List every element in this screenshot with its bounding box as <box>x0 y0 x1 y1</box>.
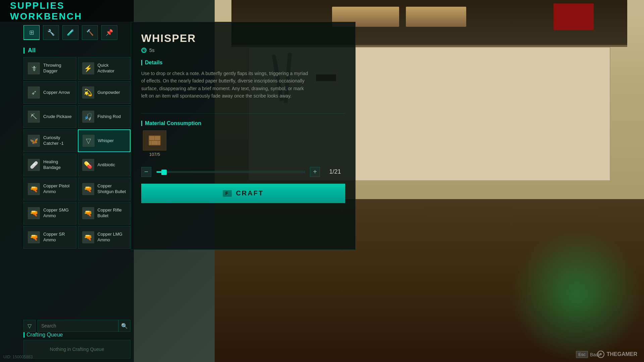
item-icon-quick-activator: ⚡ <box>82 62 94 74</box>
quantity-control: − + 1/21 <box>141 167 345 177</box>
list-item[interactable]: ⛏ Crude Pickaxe <box>23 105 76 128</box>
item-icon-fishing-rod: 🎣 <box>82 111 94 123</box>
timer-icon <box>141 48 147 53</box>
section-label: All <box>23 47 36 54</box>
list-item[interactable]: 🔫 Copper Shotgun Bullet <box>78 178 131 200</box>
item-name-copper-pistol-ammo: Copper Pistol Ammo <box>43 183 72 195</box>
green-glow <box>510 228 644 362</box>
item-list[interactable]: 🗡 Throwing Dagger ⚡ Quick Activator ➶ Co… <box>23 57 130 308</box>
item-grid: 🗡 Throwing Dagger ⚡ Quick Activator ➶ Co… <box>23 57 130 249</box>
cat-tab-potions[interactable]: 🧪 <box>62 25 78 40</box>
item-icon-gunpowder: 💫 <box>82 86 94 99</box>
title-bar: SUPPLIES WORKBENCH <box>0 0 134 22</box>
item-icon-curiosity-catcher: 🦋 <box>28 135 40 147</box>
list-item[interactable]: ➶ Copper Arrow <box>23 81 76 104</box>
detail-title: WHISPER <box>141 32 345 45</box>
list-item[interactable]: 🎣 Fishing Rod <box>78 105 131 128</box>
search-icon[interactable]: 🔍 <box>118 320 130 332</box>
watermark-text: THEGAMER <box>606 351 637 357</box>
list-item-whisper[interactable]: ▽ Whisper <box>78 129 131 152</box>
item-name-copper-sr-ammo: Copper SR Ammo <box>43 232 72 243</box>
item-icon-copper-sr-ammo: 🔫 <box>28 231 40 243</box>
item-name-gunpowder: Gunpowder <box>98 90 120 96</box>
item-name-curiosity-catcher: Curiosity Catcher -1 <box>43 135 72 146</box>
list-item[interactable]: 💊 Antibiotic <box>78 154 131 176</box>
item-icon-healing-bandage: 🩹 <box>28 159 40 171</box>
left-panel: SUPPLIES WORKBENCH ⊞ 🔧 🧪 🔨 📌 All 🗡 Throw… <box>0 0 134 362</box>
item-name-healing-bandage: Healing Bandage <box>43 159 72 171</box>
item-name-quick-activator: Quick Activator <box>98 63 126 74</box>
item-name-throwing-dagger: Throwing Dagger <box>43 63 72 74</box>
crafting-queue-section: Crafting Queue Nothing in Crafting Queue <box>23 332 130 362</box>
detail-timer: 5s <box>141 47 345 53</box>
filter-button[interactable]: ▽ <box>23 320 36 332</box>
quantity-slider-thumb <box>161 170 167 175</box>
item-name-copper-lmg-ammo: Copper LMG Ammo <box>98 232 126 243</box>
item-icon-copper-shotgun-bullet: 🔫 <box>82 183 94 195</box>
material-section-label: Material Consumption <box>141 120 345 126</box>
item-icon-throwing-dagger: 🗡 <box>28 62 40 74</box>
quantity-plus-button[interactable]: + <box>310 167 320 177</box>
item-name-copper-smg-ammo: Copper SMG Ammo <box>43 207 72 219</box>
uid-label: UID: 150005883 <box>3 355 33 359</box>
cat-tab-all[interactable]: ⊞ <box>23 25 40 40</box>
detail-panel: WHISPER 5s Details Use to drop or check … <box>131 22 356 250</box>
craft-label: CRAFT <box>236 189 264 197</box>
list-item[interactable]: ⚡ Quick Activator <box>78 57 131 80</box>
search-bar: ▽ 🔍 <box>23 320 130 332</box>
details-section-label: Details <box>141 60 345 66</box>
item-icon-copper-rifle-bullet: 🔫 <box>82 207 94 219</box>
list-item[interactable]: 🩹 Healing Bandage <box>23 154 76 176</box>
cat-tab-crafted[interactable]: 🔨 <box>82 25 98 40</box>
item-name-crude-pickaxe: Crude Pickaxe <box>43 114 72 120</box>
svg-rect-5 <box>149 141 160 145</box>
list-item[interactable]: 💫 Gunpowder <box>78 81 131 104</box>
material-count: 107/5 <box>149 152 160 157</box>
material-section: Material Consumption 107/5 <box>141 120 345 157</box>
item-name-whisper: Whisper <box>98 138 114 144</box>
item-icon-copper-smg-ammo: 🔫 <box>28 207 40 219</box>
watermark-icon: ✦ <box>597 351 604 358</box>
list-item[interactable]: 🔫 Copper SMG Ammo <box>23 202 76 225</box>
item-name-copper-shotgun-bullet: Copper Shotgun Bullet <box>98 183 126 195</box>
page-title: SUPPLIES WORKBENCH <box>10 0 124 22</box>
separator <box>141 113 345 114</box>
list-item[interactable]: 🦋 Curiosity Catcher -1 <box>23 129 76 152</box>
list-item[interactable]: 🔫 Copper Rifle Bullet <box>78 202 131 225</box>
esc-back[interactable]: Esc Back <box>576 351 600 358</box>
item-icon-antibiotic: 💊 <box>82 159 94 171</box>
item-icon-whisper: ▽ <box>83 135 95 147</box>
list-item[interactable]: 🔫 Copper LMG Ammo <box>78 226 131 249</box>
material-item: 107/5 <box>141 130 168 157</box>
quantity-display: 1/21 <box>325 168 345 175</box>
category-tabs: ⊞ 🔧 🧪 🔨 📌 <box>23 25 117 40</box>
craft-key: F <box>223 190 232 197</box>
item-icon-copper-pistol-ammo: 🔫 <box>28 183 40 195</box>
queue-label: Crafting Queue <box>23 332 130 338</box>
timer-value: 5s <box>149 47 155 53</box>
search-input[interactable] <box>38 320 118 332</box>
material-icon <box>143 130 166 150</box>
watermark: ✦ THEGAMER <box>597 351 637 358</box>
item-name-copper-rifle-bullet: Copper Rifle Bullet <box>98 207 126 219</box>
list-item[interactable]: 🔫 Copper SR Ammo <box>23 226 76 249</box>
quantity-slider[interactable] <box>156 171 305 173</box>
list-item[interactable]: 🗡 Throwing Dagger <box>23 57 76 80</box>
item-icon-copper-arrow: ➶ <box>28 86 40 99</box>
detail-description: Use to drop or check a note. A butterfly… <box>141 70 309 100</box>
esc-key: Esc <box>576 351 588 358</box>
item-name-copper-arrow: Copper Arrow <box>43 90 70 96</box>
queue-box: Nothing in Crafting Queue <box>23 340 130 359</box>
cat-tab-ammo[interactable]: 📌 <box>101 25 117 40</box>
queue-empty-text: Nothing in Crafting Queue <box>50 347 104 352</box>
cat-tab-tools[interactable]: 🔧 <box>43 25 59 40</box>
list-item[interactable]: 🔫 Copper Pistol Ammo <box>23 178 76 200</box>
craft-button[interactable]: F CRAFT <box>141 184 345 203</box>
item-icon-copper-lmg-ammo: 🔫 <box>82 231 94 243</box>
quantity-minus-button[interactable]: − <box>141 167 151 177</box>
item-name-antibiotic: Antibiotic <box>98 162 115 168</box>
item-icon-crude-pickaxe: ⛏ <box>28 111 40 123</box>
item-name-fishing-rod: Fishing Rod <box>98 114 121 120</box>
